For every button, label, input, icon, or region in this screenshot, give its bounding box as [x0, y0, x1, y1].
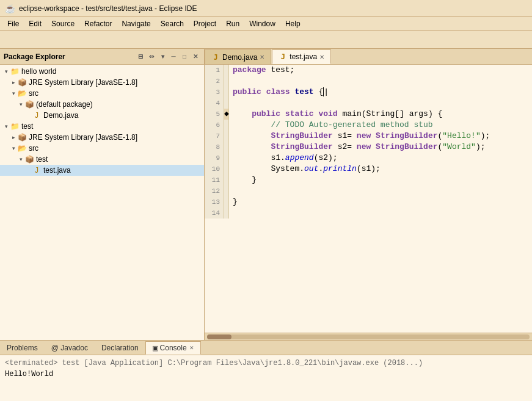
- tree-item-jre1[interactable]: ▸ 📦 JRE System Library [JavaSE-1.8]: [0, 77, 204, 88]
- tree-label-jre2: JRE System Library [JavaSE-1.8]: [29, 133, 137, 142]
- menu-item-refactor[interactable]: Refactor: [79, 18, 117, 29]
- tree-arrow-hello-world[interactable]: ▾: [2, 68, 10, 74]
- tree-item-jre2[interactable]: ▸ 📦 JRE System Library [JavaSE-1.8]: [0, 132, 204, 143]
- tree-label-demo-java: Demo.java: [43, 111, 78, 120]
- tree-item-src2[interactable]: ▾ 📂 src: [0, 143, 204, 154]
- pe-close-btn[interactable]: ✕: [191, 52, 200, 62]
- scrollbar-thumb[interactable]: [207, 334, 231, 339]
- pe-menu-btn[interactable]: ▾: [158, 52, 167, 62]
- line-num-12: 12: [205, 186, 224, 197]
- tab-demo-java[interactable]: J Demo.java ✕: [205, 49, 271, 64]
- tab-close-test[interactable]: ✕: [319, 54, 324, 60]
- tab-console[interactable]: ▣ Console ✕: [145, 341, 201, 355]
- tree-arrow-default-pkg[interactable]: ▾: [17, 101, 24, 107]
- console-content: <terminated> test [Java Application] C:\…: [0, 355, 532, 401]
- tree-item-src1[interactable]: ▾ 📂 src: [0, 88, 204, 99]
- tab-problems[interactable]: Problems: [0, 341, 45, 355]
- tree-item-test-pkg[interactable]: ▾ 📦 test: [0, 154, 204, 165]
- line-content-9: s1.append(s2);: [229, 153, 341, 164]
- tree-item-demo-java[interactable]: J Demo.java: [0, 110, 204, 121]
- code-line-1: 1 package test;: [205, 65, 532, 76]
- tree-arrow-jre2[interactable]: ▸: [10, 134, 17, 140]
- menu-item-window[interactable]: Window: [244, 18, 280, 29]
- line-content-1: package test;: [229, 65, 298, 76]
- code-line-12: 12: [205, 186, 532, 197]
- pe-minimize-btn[interactable]: ─: [169, 52, 178, 62]
- tree-item-test-proj[interactable]: ▾ 📁 test: [0, 121, 204, 132]
- console-terminated-text: <terminated> test [Java Application] C:\…: [5, 359, 423, 367]
- app-icon: ☕: [5, 4, 15, 13]
- tree-label-test-proj: test: [21, 122, 33, 131]
- line-num-10: 10: [205, 164, 224, 175]
- pe-icons: ⊟ ⇔ ▾ ─ □ ✕: [136, 52, 200, 62]
- line-content-6: // TODO Auto-generated method stub: [229, 120, 437, 131]
- menu-item-run[interactable]: Run: [221, 18, 244, 29]
- tree-item-default-pkg[interactable]: ▾ 📦 (default package): [0, 99, 204, 110]
- line-marker-14: [224, 208, 229, 219]
- tab-close-demo[interactable]: ✕: [260, 54, 264, 60]
- tab-test-java[interactable]: J test.java ✕: [272, 49, 331, 64]
- line-marker-6: [224, 120, 229, 131]
- editor-tabs: J Demo.java ✕ J test.java ✕: [205, 49, 532, 65]
- tab-label-console: Console: [160, 344, 187, 352]
- menu-item-edit[interactable]: Edit: [24, 18, 46, 29]
- tree-label-hello-world: hello world: [21, 67, 56, 76]
- code-editor[interactable]: 1 package test; 2 3 public class test {|: [205, 65, 532, 333]
- tab-declaration[interactable]: Declaration: [95, 341, 145, 355]
- line-content-2: [229, 76, 241, 87]
- java-file-icon-demo: J: [32, 110, 42, 120]
- menu-item-search[interactable]: Search: [156, 18, 189, 29]
- menu-item-help[interactable]: Help: [280, 18, 305, 29]
- code-line-8: 8 StringBuilder s2= new StringBuilder("W…: [205, 142, 532, 153]
- line-marker-11: [224, 175, 229, 186]
- src-icon-2: 📂: [17, 143, 27, 153]
- tree-item-test-java[interactable]: J test.java: [0, 165, 204, 176]
- line-marker-5: ◆: [224, 109, 229, 120]
- tree-arrow-src1[interactable]: ▾: [10, 90, 17, 96]
- editor-scroll[interactable]: [205, 333, 532, 340]
- console-tab-close[interactable]: ✕: [189, 345, 194, 351]
- line-num-14: 14: [205, 208, 224, 219]
- line-marker-3: [224, 87, 229, 98]
- java-file-icon-test: J: [32, 165, 42, 175]
- code-line-11: 11 }: [205, 175, 532, 186]
- tree-arrow-test-proj[interactable]: ▾: [2, 123, 10, 129]
- tab-icon-test: J: [279, 52, 287, 61]
- menu-item-source[interactable]: Source: [46, 18, 79, 29]
- src-icon-1: 📂: [17, 89, 27, 98]
- line-num-3: 3: [205, 87, 224, 98]
- bottom-tabs: Problems @ Javadoc Declaration ▣ Console…: [0, 341, 532, 355]
- line-num-4: 4: [205, 98, 224, 109]
- line-content-12: [229, 186, 241, 197]
- tree-item-hello-world[interactable]: ▾ 📁 hello world: [0, 66, 204, 77]
- tree-arrow-jre1[interactable]: ▸: [10, 79, 17, 85]
- line-marker-4: [224, 98, 229, 109]
- tree-arrow-test-pkg[interactable]: ▾: [17, 156, 24, 162]
- package-icon-default: 📦: [24, 99, 34, 109]
- menu-item-project[interactable]: Project: [189, 18, 221, 29]
- tree-arrow-src2[interactable]: ▾: [10, 145, 17, 151]
- tab-label-javadoc: @ Javadoc: [51, 344, 88, 352]
- console-terminated-line: <terminated> test [Java Application] C:\…: [5, 358, 527, 369]
- line-content-10: System.out.println(s1);: [229, 164, 384, 175]
- menu-item-file[interactable]: File: [2, 18, 24, 29]
- tab-javadoc[interactable]: @ Javadoc: [45, 341, 95, 355]
- line-marker-1: [224, 65, 229, 76]
- pe-collapse-btn[interactable]: ⊟: [136, 52, 145, 62]
- menu-item-navigate[interactable]: Navigate: [117, 18, 155, 29]
- pe-tree: ▾ 📁 hello world ▸ 📦 JRE System Library […: [0, 65, 204, 340]
- tree-label-default-pkg: (default package): [36, 100, 93, 109]
- pe-link-btn[interactable]: ⇔: [147, 52, 156, 62]
- line-content-11: }: [229, 175, 260, 186]
- main-layout: Package Explorer ⊟ ⇔ ▾ ─ □ ✕ ▾ 📁 hello w…: [0, 49, 532, 401]
- line-num-2: 2: [205, 76, 224, 87]
- code-line-2: 2: [205, 76, 532, 87]
- line-content-14: [229, 208, 241, 219]
- horizontal-scrollbar[interactable]: [207, 334, 530, 339]
- code-line-7: 7 StringBuilder s1= new StringBuilder("H…: [205, 131, 532, 142]
- line-content-8: StringBuilder s2= new StringBuilder("Wor…: [229, 142, 489, 153]
- line-content-7: StringBuilder s1= new StringBuilder("Hel…: [229, 131, 494, 142]
- pe-maximize-btn[interactable]: □: [180, 52, 189, 62]
- code-line-13: 13 }: [205, 197, 532, 208]
- line-num-1: 1: [205, 65, 224, 76]
